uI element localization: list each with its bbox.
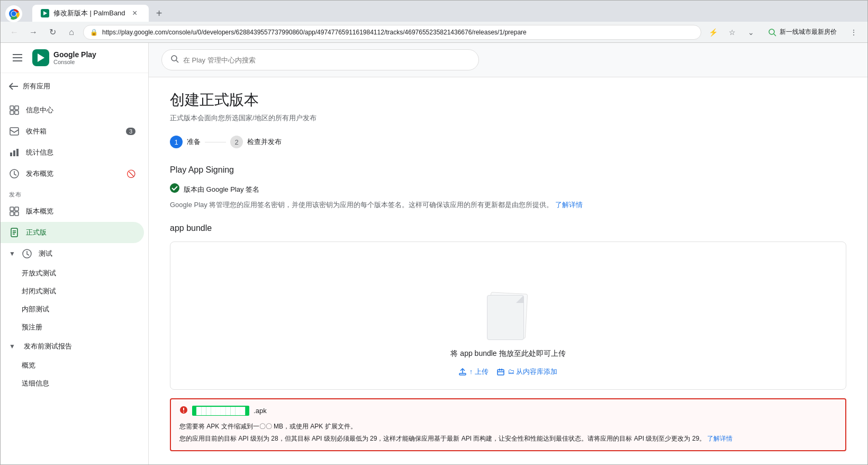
search-input-wrap[interactable] xyxy=(161,49,479,70)
sidebar-item-pre-register[interactable]: 预注册 xyxy=(1,318,148,336)
bundle-title: app bundle xyxy=(170,223,846,233)
browser-tab[interactable]: 修改新版本 | PalmBand × xyxy=(32,5,149,22)
svg-line-31 xyxy=(176,60,178,62)
back-nav-button[interactable]: ← xyxy=(7,25,22,40)
error-text-line2: 您的应用目前的目标 API 级别为 28，但其目标 API 级别必须最低为 29… xyxy=(179,434,837,444)
svg-rect-33 xyxy=(459,373,466,375)
upload-actions: ↑ 上传 🗂 从内容库添加 xyxy=(459,367,558,377)
forward-nav-button[interactable]: → xyxy=(26,25,41,40)
home-button[interactable]: ⌂ xyxy=(64,25,79,40)
svg-point-5 xyxy=(769,29,774,34)
svg-rect-12 xyxy=(10,106,14,110)
expand-button[interactable]: ⌄ xyxy=(744,25,758,40)
svg-rect-23 xyxy=(10,212,14,216)
extension-text: 新一线城市最新房价 xyxy=(780,28,837,37)
stats-label: 统计信息 xyxy=(26,148,53,157)
svg-point-39 xyxy=(183,412,184,413)
page-subtitle: 正式版本会面向您所选国家/地区的所有用户发布 xyxy=(170,113,846,123)
test-label: 测试 xyxy=(39,249,52,258)
sidebar-item-pre-launch-overview[interactable]: 概览 xyxy=(1,356,148,374)
menu-button[interactable]: ⋮ xyxy=(846,25,861,40)
step-2-label: 检查并发布 xyxy=(247,137,282,147)
signing-learn-link[interactable]: 了解详情 xyxy=(555,201,583,209)
sidebar-item-versions[interactable]: 版本概览 xyxy=(1,201,144,222)
release-overview-icon xyxy=(9,168,20,179)
content-body: 创建正式版本 正式版本会面向您所选国家/地区的所有用户发布 1 准备 2 检查并… xyxy=(149,77,867,464)
production-label: 正式版 xyxy=(26,228,47,237)
dashboard-icon xyxy=(9,105,20,115)
play-logo-icon xyxy=(32,49,49,66)
new-tab-button[interactable]: + xyxy=(151,5,168,22)
step-2-circle: 2 xyxy=(230,136,243,148)
sidebar-item-closed-test[interactable]: 封闭式测试 xyxy=(1,282,148,300)
svg-rect-14 xyxy=(10,111,14,114)
svg-rect-21 xyxy=(10,207,14,211)
sidebar: Google Play Console 所有应用 信息中心 xyxy=(1,43,149,464)
signing-status-text: 版本由 Google Play 签名 xyxy=(184,185,259,194)
sidebar-item-send-info[interactable]: 送细信息 xyxy=(1,374,148,392)
sidebar-nav: 信息中心 收件箱 3 统计信息 xyxy=(1,100,148,464)
svg-rect-16 xyxy=(10,128,19,135)
error-filename-green: ██████████ xyxy=(192,406,249,416)
pre-launch-overview-label: 概览 xyxy=(22,361,35,370)
search-icon xyxy=(170,55,179,65)
logo-console: Console xyxy=(53,59,96,65)
tab-title: 修改新版本 | PalmBand xyxy=(53,8,125,18)
file-icon xyxy=(487,293,529,341)
url-bar[interactable]: 🔒 https://play.google.com/console/u/0/de… xyxy=(83,25,701,40)
sidebar-item-pre-launch[interactable]: ▼ 发布前测试报告 xyxy=(1,336,144,356)
pre-register-label: 预注册 xyxy=(22,323,42,332)
sidebar-logo: Google Play Console xyxy=(32,49,96,66)
search-input[interactable] xyxy=(183,56,470,64)
step-1-label: 准备 xyxy=(187,137,201,147)
sidebar-item-test[interactable]: ▼ 测试 xyxy=(1,243,144,264)
sidebar-item-dashboard[interactable]: 信息中心 xyxy=(1,100,144,121)
svg-rect-34 xyxy=(498,370,504,375)
svg-point-30 xyxy=(171,56,177,61)
error-learn-link[interactable]: 了解详情 xyxy=(707,435,733,442)
svg-rect-22 xyxy=(15,207,19,211)
signing-desc: Google Play 将管理您的应用签名密钥，并使用该密钥为应用的每个版本签名… xyxy=(170,200,846,211)
publish-section-label: 发布 xyxy=(1,184,148,201)
reload-button[interactable]: ↻ xyxy=(45,25,60,40)
upload-button[interactable]: ↑ 上传 xyxy=(459,367,489,377)
check-icon xyxy=(170,183,179,195)
extension-search[interactable]: 新一线城市最新房价 xyxy=(763,25,842,39)
upload-btn-text: ↑ 上传 xyxy=(469,367,489,377)
step-divider xyxy=(205,142,226,142)
url-text: https://play.google.com/console/u/0/deve… xyxy=(102,29,694,36)
bookmark-button[interactable]: ⚡ xyxy=(706,25,720,40)
upload-area[interactable]: 将 app bundle 拖放至此处即可上传 ↑ 上传 🗂 从内容库添加 xyxy=(170,242,846,390)
star-button[interactable]: ☆ xyxy=(725,25,739,40)
sidebar-item-production[interactable]: 正式版 xyxy=(1,222,144,243)
sidebar-item-open-test[interactable]: 开放式测试 xyxy=(1,264,148,282)
svg-marker-4 xyxy=(43,11,47,15)
svg-marker-10 xyxy=(38,53,44,62)
sidebar-item-stats[interactable]: 统计信息 xyxy=(1,142,144,163)
dashboard-label: 信息中心 xyxy=(26,105,53,115)
hamburger-button[interactable] xyxy=(9,49,26,66)
file-fold xyxy=(516,296,523,303)
library-button[interactable]: 🗂 从内容库添加 xyxy=(497,367,558,377)
error-filename-ext: .apk xyxy=(254,407,267,415)
versions-label: 版本概览 xyxy=(26,207,53,216)
steps-row: 1 准备 2 检查并发布 xyxy=(170,136,846,148)
back-to-all-apps[interactable]: 所有应用 xyxy=(1,77,148,95)
open-test-label: 开放式测试 xyxy=(22,269,56,278)
step-1-circle: 1 xyxy=(170,136,183,148)
sidebar-item-inbox[interactable]: 收件箱 3 xyxy=(1,121,144,142)
tab-close-button[interactable]: × xyxy=(130,8,140,19)
svg-rect-15 xyxy=(15,111,19,114)
send-info-label: 送细信息 xyxy=(22,379,49,388)
address-bar: ← → ↻ ⌂ 🔒 https://play.google.com/consol… xyxy=(1,22,867,43)
page-title: 创建正式版本 xyxy=(170,90,846,110)
blocked-icon: 🚫 xyxy=(126,169,135,178)
library-btn-text: 🗂 从内容库添加 xyxy=(508,367,558,377)
signing-status: 版本由 Google Play 签名 xyxy=(170,183,846,195)
step-2: 2 检查并发布 xyxy=(230,136,282,148)
logo-text-group: Google Play Console xyxy=(53,50,96,66)
svg-point-32 xyxy=(170,183,179,193)
svg-rect-24 xyxy=(15,212,19,216)
sidebar-item-internal-test[interactable]: 内部测试 xyxy=(1,300,148,318)
sidebar-item-release-overview[interactable]: 发布概览 🚫 xyxy=(1,163,144,184)
